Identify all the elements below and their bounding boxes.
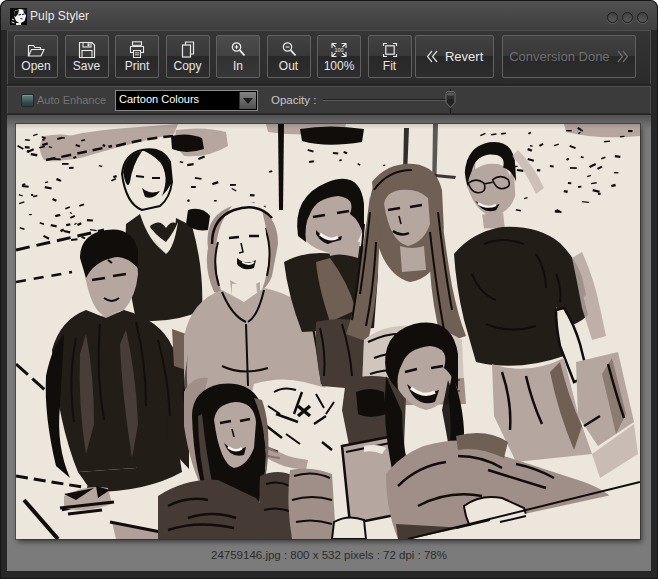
svg-text:100: 100: [334, 47, 343, 53]
